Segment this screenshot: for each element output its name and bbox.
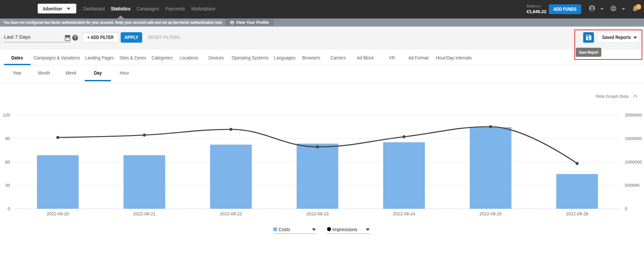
svg-text:0: 0 [8,206,10,211]
svg-text:2022-09-23: 2022-09-23 [306,211,329,216]
svg-text:2000000: 2000000 [625,113,642,118]
svg-text:0: 0 [625,206,627,211]
svg-text:2022-09-21: 2022-09-21 [133,211,156,216]
svg-text:500000: 500000 [625,183,639,188]
svg-text:90: 90 [5,136,10,141]
svg-text:1500000: 1500000 [625,136,642,141]
svg-text:2022-09-25: 2022-09-25 [479,211,502,216]
svg-text:60: 60 [5,160,10,165]
svg-text:2022-09-26: 2022-09-26 [566,211,589,216]
svg-text:2022-09-24: 2022-09-24 [393,211,415,216]
svg-text:2022-09-20: 2022-09-20 [47,211,69,216]
svg-text:1000000: 1000000 [625,160,642,165]
svg-text:30: 30 [5,183,10,188]
svg-text:2022-09-22: 2022-09-22 [220,211,242,216]
svg-text:120: 120 [3,113,10,118]
